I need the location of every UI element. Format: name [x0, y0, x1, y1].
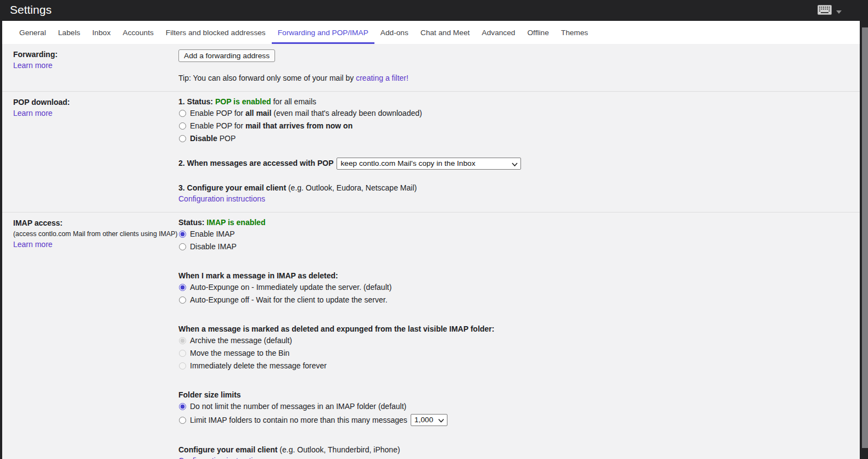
imap-disable-radio[interactable]: [179, 243, 186, 250]
limit-folders-option[interactable]: Limit IMAP folders to contain no more th…: [178, 414, 841, 426]
move-to-bin-radio: [179, 350, 186, 357]
imap-configuration-instructions-link[interactable]: Configuration instructions: [178, 456, 265, 459]
imap-label: IMAP access:: [13, 219, 178, 227]
imap-enable-option[interactable]: Enable IMAP: [178, 229, 841, 239]
no-limit-option[interactable]: Do not limit the number of messages in a…: [178, 401, 841, 412]
pop-download-section: POP download: Learn more 1. Status: POP …: [2, 91, 860, 212]
imap-access-section: IMAP access: (access contlo.com Mail fro…: [2, 212, 860, 459]
tab-addons[interactable]: Add-ons: [374, 21, 415, 44]
delete-forever-option: Immediately delete the message forever: [178, 361, 841, 371]
pop-when-label: 2. When messages are accessed with POP: [178, 159, 333, 167]
add-forwarding-address-button[interactable]: Add a forwarding address: [178, 49, 275, 62]
tab-offline[interactable]: Offline: [521, 21, 555, 44]
pop-when-line: 2. When messages are accessed with POP k…: [178, 158, 841, 170]
tab-chat-meet[interactable]: Chat and Meet: [415, 21, 476, 44]
no-limit-radio[interactable]: [179, 403, 186, 410]
settings-page: Settings General: [0, 0, 868, 459]
tab-forwarding-pop-imap[interactable]: Forwarding and POP/IMAP: [272, 21, 374, 44]
tab-labels[interactable]: Labels: [52, 21, 86, 44]
limit-folders-radio[interactable]: [179, 417, 186, 424]
imap-disable-option[interactable]: Disable IMAP: [178, 242, 841, 252]
settings-frame: General Labels Inbox Accounts Filters an…: [2, 21, 860, 459]
auto-expunge-on-option[interactable]: Auto-Expunge on - Immediately update the…: [178, 282, 841, 293]
imap-status-line: Status: IMAP is enabled: [178, 218, 841, 227]
pop-status-rest: for all emails: [271, 97, 316, 106]
creating-a-filter-link[interactable]: creating a filter!: [356, 74, 408, 82]
tab-accounts[interactable]: Accounts: [117, 21, 160, 44]
forwarding-label: Forwarding:: [13, 50, 178, 59]
delete-forever-radio: [179, 362, 186, 370]
move-to-bin-option: Move the message to the Bin: [178, 348, 841, 359]
pop-configure-line: 3. Configure your email client (e.g. Out…: [178, 183, 841, 192]
forwarding-learn-more-link[interactable]: Learn more: [13, 61, 53, 70]
forwarding-tip-text: Tip: You can also forward only some of y…: [178, 74, 356, 82]
imap-enable-radio[interactable]: [179, 231, 186, 238]
pop-when-select[interactable]: keep contlo.com Mail's copy in the Inbox: [337, 158, 521, 170]
scrollbar-thumb[interactable]: [862, 27, 868, 448]
chevron-down-icon: [836, 7, 842, 15]
tab-advanced[interactable]: Advanced: [476, 21, 522, 44]
pop-learn-more-link[interactable]: Learn more: [13, 109, 53, 117]
folder-limit-select[interactable]: 1,000: [411, 414, 447, 426]
imap-status-label: Status:: [178, 218, 206, 227]
imap-status-value: IMAP is enabled: [206, 218, 265, 227]
pop-option-disable[interactable]: Disable POP: [178, 133, 841, 144]
page-title: Settings: [10, 3, 52, 16]
imap-sublabel: (access contlo.com Mail from other clien…: [13, 230, 178, 238]
settings-tabbar: General Labels Inbox Accounts Filters an…: [2, 21, 860, 44]
forwarding-section: Forwarding: Learn more Add a forwarding …: [2, 44, 860, 91]
imap-expunge-heading: When a message is marked as deleted and …: [178, 324, 841, 333]
imap-deleted-heading: When I mark a message in IMAP as deleted…: [178, 271, 841, 280]
input-tools-button[interactable]: [817, 5, 842, 16]
pop-from-now-on-radio[interactable]: [179, 122, 186, 130]
pop-all-mail-radio[interactable]: [179, 110, 186, 117]
archive-message-option: Archive the message (default): [178, 335, 841, 346]
tab-filters[interactable]: Filters and blocked addresses: [160, 21, 272, 44]
pop-configuration-instructions-link[interactable]: Configuration instructions: [178, 194, 265, 203]
pop-disable-radio[interactable]: [179, 135, 186, 142]
imap-configure-line: Configure your email client (e.g. Outloo…: [178, 445, 841, 454]
settings-content: Forwarding: Learn more Add a forwarding …: [2, 44, 860, 459]
archive-message-radio: [179, 337, 186, 344]
auto-expunge-off-option[interactable]: Auto-Expunge off - Wait for the client t…: [178, 295, 841, 305]
pop-option-from-now-on[interactable]: Enable POP for mail that arrives from no…: [178, 121, 841, 131]
pop-label: POP download:: [13, 98, 178, 107]
scrollbar-track[interactable]: [860, 21, 868, 459]
keyboard-icon: [817, 5, 832, 16]
folder-size-heading: Folder size limits: [178, 390, 841, 399]
top-bar: Settings: [0, 0, 868, 21]
pop-status-label: 1. Status:: [178, 97, 215, 106]
tab-inbox[interactable]: Inbox: [86, 21, 116, 44]
tab-general[interactable]: General: [13, 21, 52, 44]
pop-status-line: 1. Status: POP is enabled for all emails: [178, 97, 841, 106]
pop-status-value: POP is enabled: [215, 97, 271, 106]
auto-expunge-on-radio[interactable]: [179, 284, 186, 291]
tab-themes[interactable]: Themes: [555, 21, 594, 44]
auto-expunge-off-radio[interactable]: [179, 296, 186, 304]
imap-learn-more-link[interactable]: Learn more: [13, 240, 53, 249]
pop-option-all-mail[interactable]: Enable POP for all mail (even mail that'…: [178, 108, 841, 119]
